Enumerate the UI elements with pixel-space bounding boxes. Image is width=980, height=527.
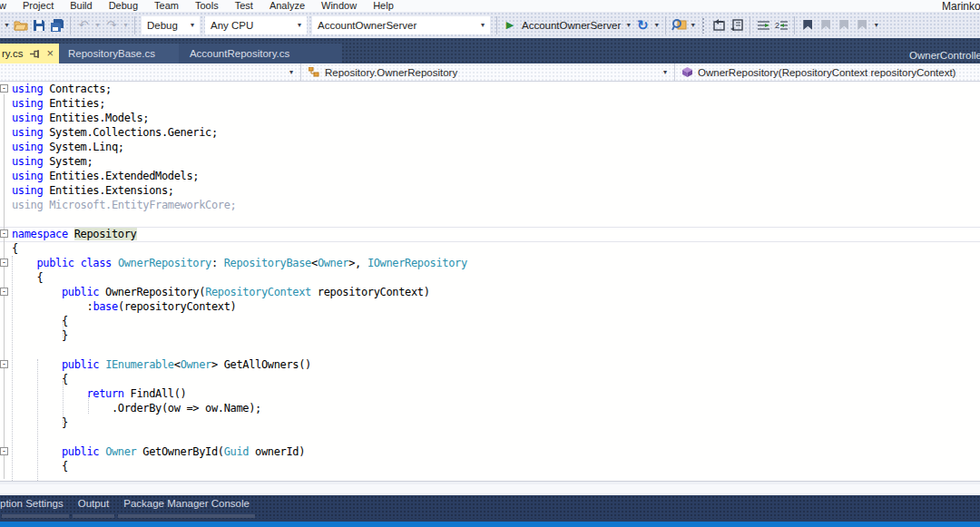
toolbar: ▾ ↶ ▾ ↷ ▾ Debug ▾ Any CPU ▾ AccountOwner…: [0, 12, 980, 38]
code-line-24[interactable]: }: [12, 415, 980, 430]
chevron-down-icon: ▾: [292, 21, 307, 29]
toolbar-overflow-icon[interactable]: ▾: [871, 16, 881, 34]
type-scope-combo[interactable]: Repository.OwnerRepository ▾: [301, 63, 675, 81]
menu-item-debug[interactable]: Debug: [101, 0, 146, 12]
menu-item-tools[interactable]: Tools: [187, 0, 227, 12]
save-icon[interactable]: [30, 16, 48, 34]
collapse-region-icon[interactable]: -: [0, 84, 8, 93]
undo-icon[interactable]: ↶: [74, 16, 93, 34]
navigate-backward-icon[interactable]: [710, 16, 728, 34]
toolbar-overflow-icon[interactable]: ▾: [688, 16, 698, 34]
code-line-23[interactable]: .OrderBy(ow => ow.Name);: [12, 401, 980, 415]
tab-repositorybase-cs[interactable]: RepositoryBase.cs: [59, 44, 179, 63]
next-bookmark-icon[interactable]: [835, 16, 853, 34]
collapse-region-icon[interactable]: -: [0, 229, 8, 238]
menu-bar: wProjectBuildDebugTeamToolsTestAnalyzeWi…: [0, 0, 980, 12]
code-line-6[interactable]: using System;: [12, 154, 980, 169]
solution-configuration-combo[interactable]: Debug ▾: [142, 16, 200, 34]
code-line-18[interactable]: }: [12, 328, 980, 343]
code-line-15[interactable]: public OwnerRepository(RepositoryContext…: [12, 285, 980, 299]
toolbar-separator: [665, 16, 666, 34]
toolbar-separator: [496, 16, 497, 34]
startup-project-combo[interactable]: AccountOwnerServer ▾: [312, 16, 490, 34]
comment-lines-icon[interactable]: [754, 16, 772, 34]
tab-owner-controller[interactable]: OwnerControlle: [909, 50, 980, 61]
code-line-14[interactable]: {: [12, 270, 980, 285]
uncomment-lines-icon[interactable]: 2: [772, 16, 790, 34]
code-editor[interactable]: using Contracts;using Entities;using Ent…: [0, 82, 980, 481]
code-line-22[interactable]: return FindAll(): [12, 386, 980, 401]
code-line-9[interactable]: using Microsoft.EntityFrameworkCore;: [12, 198, 980, 212]
collapse-region-icon[interactable]: -: [0, 259, 8, 267]
code-line-1[interactable]: using Contracts;: [12, 82, 980, 96]
menu-item-view-fragment[interactable]: w: [0, 0, 15, 12]
menu-item-help[interactable]: Help: [365, 0, 402, 12]
code-line-25[interactable]: [12, 430, 980, 444]
menu-item-team[interactable]: Team: [146, 0, 187, 12]
undo-dropdown-icon[interactable]: ▾: [93, 16, 103, 34]
code-line-3[interactable]: using Entities.Models;: [12, 111, 980, 125]
code-line-10[interactable]: [12, 212, 980, 227]
close-icon[interactable]: ×: [46, 49, 54, 58]
save-all-icon[interactable]: [48, 16, 66, 34]
new-item-dropdown-icon[interactable]: ▾: [2, 16, 12, 34]
code-line-2[interactable]: using Entities;: [12, 96, 980, 111]
chevron-down-icon: ▾: [475, 21, 490, 29]
active-tab-label: ry.cs: [2, 48, 23, 59]
redo-dropdown-icon[interactable]: ▾: [121, 16, 131, 34]
menu-item-analyze[interactable]: Analyze: [261, 0, 313, 12]
horizontal-scrollbar[interactable]: [0, 481, 980, 495]
navigate-forward-icon[interactable]: [728, 16, 746, 34]
code-line-19[interactable]: [12, 343, 980, 357]
refresh-dropdown-icon[interactable]: ▾: [652, 16, 662, 34]
signed-in-user[interactable]: Marinko: [942, 0, 980, 13]
toolbar-separator: [70, 16, 71, 34]
panel-tab-package-manager-console[interactable]: Package Manager Console: [116, 495, 257, 519]
chevron-down-icon: ▾: [289, 68, 300, 76]
code-line-4[interactable]: using System.Collections.Generic;: [12, 125, 980, 140]
document-tab-bar: ry.cs × RepositoryBase.csAccountReposito…: [0, 38, 980, 63]
open-file-icon[interactable]: [12, 16, 30, 34]
code-line-11[interactable]: namespace Repository: [12, 227, 980, 241]
toolbar-separator: [750, 16, 750, 34]
tab-accountrepository-cs[interactable]: AccountRepository.cs: [179, 44, 342, 63]
sync-with-active-document-icon[interactable]: [670, 16, 688, 34]
panel-tab-output[interactable]: Output: [71, 495, 117, 519]
pin-icon[interactable]: [30, 50, 40, 58]
refresh-icon[interactable]: ↻: [633, 16, 652, 34]
collapse-region-icon[interactable]: -: [0, 360, 8, 368]
code-line-27[interactable]: {: [12, 459, 980, 473]
menu-item-test[interactable]: Test: [227, 0, 261, 12]
code-line-13[interactable]: public class OwnerRepository: Repository…: [12, 256, 980, 270]
collapse-region-icon[interactable]: -: [0, 288, 8, 296]
clear-bookmarks-icon[interactable]: [853, 16, 871, 34]
code-line-17[interactable]: {: [12, 314, 980, 328]
menu-item-window[interactable]: Window: [313, 0, 365, 12]
code-line-21[interactable]: {: [12, 372, 980, 386]
code-line-8[interactable]: using Entities.Extensions;: [12, 183, 980, 198]
panel-tab-ption-settings[interactable]: ption Settings: [0, 495, 71, 519]
menu-item-project[interactable]: Project: [15, 0, 62, 12]
code-line-12[interactable]: {: [12, 241, 980, 256]
run-target-dropdown-icon[interactable]: ▾: [623, 16, 633, 34]
scrollbar-thumb[interactable]: [0, 484, 980, 493]
code-line-26[interactable]: public Owner GetOwnerById(Guid ownerId): [12, 444, 980, 459]
toolbar-drag-handle[interactable]: [701, 17, 706, 34]
code-line-20[interactable]: public IEnumerable<Owner> GetAllOwners(): [12, 357, 980, 372]
tab-owner-repository[interactable]: ry.cs ×: [0, 44, 59, 63]
toggle-bookmark-icon[interactable]: [799, 16, 817, 34]
solution-platform-combo[interactable]: Any CPU ▾: [205, 16, 307, 34]
code-line-16[interactable]: :base(repositoryContext): [12, 299, 980, 314]
collapse-region-icon[interactable]: -: [0, 447, 8, 455]
code-line-7[interactable]: using Entities.ExtendedModels;: [12, 169, 980, 183]
start-debugging-button[interactable]: AccountOwnerServer: [519, 20, 623, 31]
chevron-down-icon: ▾: [185, 21, 200, 29]
project-scope-combo[interactable]: ▾: [0, 63, 301, 81]
member-scope-combo[interactable]: OwnerRepository(RepositoryContext reposi…: [675, 63, 980, 81]
menu-item-build[interactable]: Build: [62, 0, 100, 12]
previous-bookmark-icon[interactable]: [817, 16, 835, 34]
start-debugging-icon[interactable]: ▶: [501, 16, 519, 34]
svg-text:2: 2: [775, 21, 779, 30]
redo-icon[interactable]: ↷: [103, 16, 121, 34]
code-line-5[interactable]: using System.Linq;: [12, 140, 980, 154]
